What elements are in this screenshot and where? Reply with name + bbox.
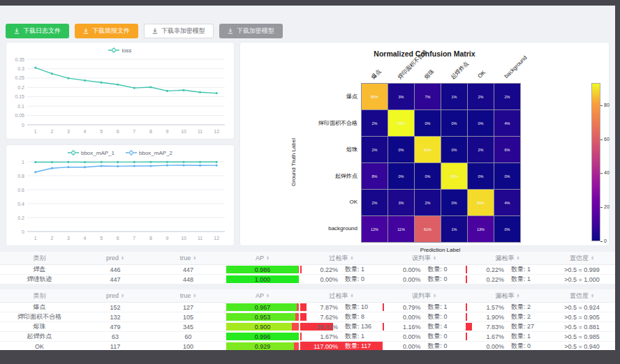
rate-count: 数量: 8 <box>345 312 382 321</box>
sort-caret-icon[interactable]: ▲▼ <box>350 294 354 298</box>
download-encrypted-model-label: 下载加密模型 <box>237 26 274 36</box>
sort-caret-icon[interactable]: ▲▼ <box>433 256 436 260</box>
sort-caret-icon[interactable]: ▲▼ <box>193 294 196 298</box>
matrix-cell: 8% <box>362 163 388 189</box>
ap-value: 0.986 <box>226 266 299 273</box>
y-tick-label: 0 <box>22 123 24 128</box>
rate-count: 数量: 1 <box>511 275 549 284</box>
col-header-overdetect[interactable]: 过检率▲▼ <box>300 252 383 264</box>
cell-value: 132 <box>110 314 120 321</box>
matrix-cell: 0% <box>388 163 414 189</box>
download-icon <box>83 28 89 34</box>
col-header-confidence[interactable]: 置信度▲▼ <box>549 252 614 264</box>
sort-caret-icon[interactable]: ▲▼ <box>591 294 594 298</box>
legend-item-bbox_mAP_1[interactable]: bbox_mAP_1 <box>68 150 115 156</box>
data-point <box>51 73 53 75</box>
x-tick-label: 3 <box>67 129 70 134</box>
cell-ap: 0.953 <box>225 312 300 321</box>
col-header-pred[interactable]: pred▲▼ <box>79 252 152 264</box>
sort-caret-icon[interactable]: ▲▼ <box>193 256 196 260</box>
rate-percent: 7.62% <box>301 314 338 321</box>
matrix-y-axis-label: Ground Truth Label <box>290 138 297 186</box>
cell-misjudge: 0.00%数量: 0 <box>383 275 466 284</box>
data-point <box>117 165 119 167</box>
sort-caret-icon[interactable]: ▲▼ <box>266 256 270 260</box>
rate-percent: 1.90% <box>466 314 504 321</box>
sort-caret-icon[interactable]: ▲▼ <box>433 294 436 298</box>
download-encrypted-model-button[interactable]: 下载加密模型 <box>219 24 283 38</box>
x-tick-label: 12 <box>214 236 219 241</box>
matrix-cell: 3% <box>388 190 414 215</box>
cell-value: 152 <box>110 304 120 311</box>
cell-miss: 7.83%数量: 27 <box>466 322 549 331</box>
col-header-pred[interactable]: pred▲▼ <box>79 289 152 302</box>
cell-ap: 0.929 <box>225 342 300 350</box>
sort-caret-icon[interactable]: ▲▼ <box>517 294 520 298</box>
cell-confidence: >0.5 = 0.940 <box>549 342 614 350</box>
col-header-true[interactable]: true▲▼ <box>152 289 225 302</box>
ap-value: 1.000 <box>226 275 299 283</box>
cell-overdetect: 0.00%数量: 0 <box>300 275 383 284</box>
matrix-cell: 1% <box>441 84 467 109</box>
cell-value: >0.5 = 0.985 <box>564 333 600 340</box>
y-tick-label: 0.1 <box>17 104 24 109</box>
cell-value: 100 <box>183 343 193 350</box>
cell-confidence: >0.5 = 1.000 <box>549 275 614 284</box>
download-plain-model-button[interactable]: 下载非加密模型 <box>144 24 214 38</box>
col-header-misjudge[interactable]: 误判率▲▼ <box>383 289 466 302</box>
cell-ap: 0.986 <box>225 265 300 274</box>
col-header-overdetect[interactable]: 过检率▲▼ <box>300 289 383 302</box>
data-point <box>199 165 201 167</box>
charts-column: loss 00.050.10.150.20.250.30.35123456789… <box>6 42 235 246</box>
cell-value: 焊印面积不合格 <box>17 312 61 321</box>
sort-caret-icon[interactable]: ▲▼ <box>121 294 124 298</box>
matrix-cell: 0% <box>468 110 494 136</box>
x-tick-label: 4 <box>84 236 87 241</box>
download-report-button[interactable]: 下载简报文件 <box>75 24 138 38</box>
rate-count: 数量: 0 <box>428 332 466 341</box>
col-header-confidence[interactable]: 置信度▲▼ <box>549 289 614 302</box>
rate-percent: 7.87% <box>301 304 338 311</box>
col-header-miss[interactable]: 漏检率▲▼ <box>466 289 549 302</box>
sort-caret-icon[interactable]: ▲▼ <box>350 256 354 260</box>
matrix-column-label: 熔珠 <box>422 68 436 81</box>
ap-value: 0.900 <box>226 323 299 331</box>
legend-marker-icon <box>126 150 137 156</box>
cell-overdetect: 117.00%数量: 117 <box>300 342 383 350</box>
matrix-cell: 6% <box>494 137 520 162</box>
legend-item-bbox_mAP_2[interactable]: bbox_mAP_2 <box>126 150 172 156</box>
ap-value: 0.929 <box>226 342 299 350</box>
col-header-ap[interactable]: AP▲▼ <box>225 289 300 302</box>
sort-caret-icon[interactable]: ▲▼ <box>591 256 594 260</box>
rate-percent: 0.00% <box>383 276 421 283</box>
col-header-miss[interactable]: 漏检率▲▼ <box>466 252 549 264</box>
cell-value: 127 <box>183 304 193 311</box>
col-header-misjudge[interactable]: 误判率▲▼ <box>383 252 466 264</box>
rate-count: 数量: 0 <box>428 342 466 350</box>
col-header-label: pred <box>106 255 119 261</box>
matrix-cell: 61% <box>415 216 441 242</box>
data-point <box>51 161 53 163</box>
matrix-cell: 13% <box>468 216 494 242</box>
legend-item-loss[interactable]: loss <box>108 47 131 54</box>
app-window: 下载日志文件 下载简报文件 下载非加密模型 下载加密模型 <box>0 0 620 364</box>
cell-value: 焊缝轨迹 <box>27 275 52 284</box>
legend-marker-icon <box>108 47 119 53</box>
cell-pred: 447 <box>79 275 152 284</box>
matrix-cell: 0% <box>494 216 520 242</box>
sort-caret-icon[interactable]: ▲▼ <box>266 294 270 298</box>
matrix-cell: 0% <box>415 110 441 136</box>
ap-bar-track: 1.000 <box>226 275 299 283</box>
data-point <box>199 91 201 93</box>
sort-caret-icon[interactable]: ▲▼ <box>517 256 520 260</box>
sort-caret-icon[interactable]: ▲▼ <box>121 256 124 260</box>
col-header-true[interactable]: true▲▼ <box>152 252 225 264</box>
col-header-ap[interactable]: AP▲▼ <box>225 252 300 264</box>
matrix-cell: 0% <box>388 137 414 162</box>
rate-count: 数量: 2 <box>511 312 549 321</box>
table-header-row: 类别pred▲▼true▲▼AP▲▼过检率▲▼误判率▲▼漏检率▲▼置信度▲▼ <box>0 252 615 265</box>
download-log-button[interactable]: 下载日志文件 <box>6 24 69 38</box>
data-point <box>166 161 168 163</box>
matrix-cell: 4% <box>494 110 520 136</box>
cell-pred: 446 <box>79 265 152 274</box>
